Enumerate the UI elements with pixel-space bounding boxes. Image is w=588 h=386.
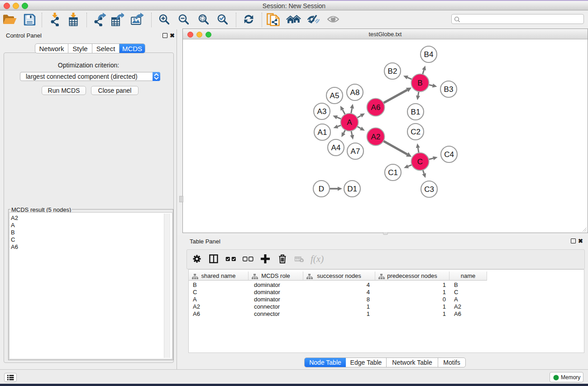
svg-text:C: C — [417, 157, 423, 166]
svg-text:A6: A6 — [371, 103, 381, 112]
svg-text:C1: C1 — [388, 168, 398, 177]
svg-text:A7: A7 — [351, 147, 360, 156]
svg-text:B: B — [417, 79, 422, 87]
svg-text:A8: A8 — [350, 88, 360, 97]
svg-text:A1: A1 — [318, 128, 327, 137]
svg-text:A3: A3 — [317, 107, 327, 116]
svg-text:C3: C3 — [424, 185, 434, 194]
svg-text:B4: B4 — [424, 50, 434, 59]
svg-text:D: D — [319, 185, 324, 193]
svg-text:A5: A5 — [330, 91, 339, 100]
svg-text:B1: B1 — [411, 108, 421, 116]
svg-text:D1: D1 — [347, 185, 357, 193]
svg-text:C2: C2 — [411, 128, 421, 136]
svg-text:B3: B3 — [444, 85, 454, 94]
svg-text:A: A — [347, 118, 352, 127]
svg-text:A2: A2 — [371, 133, 381, 141]
svg-text:B2: B2 — [388, 67, 397, 76]
svg-text:A4: A4 — [331, 143, 341, 152]
svg-text:C4: C4 — [444, 150, 454, 159]
